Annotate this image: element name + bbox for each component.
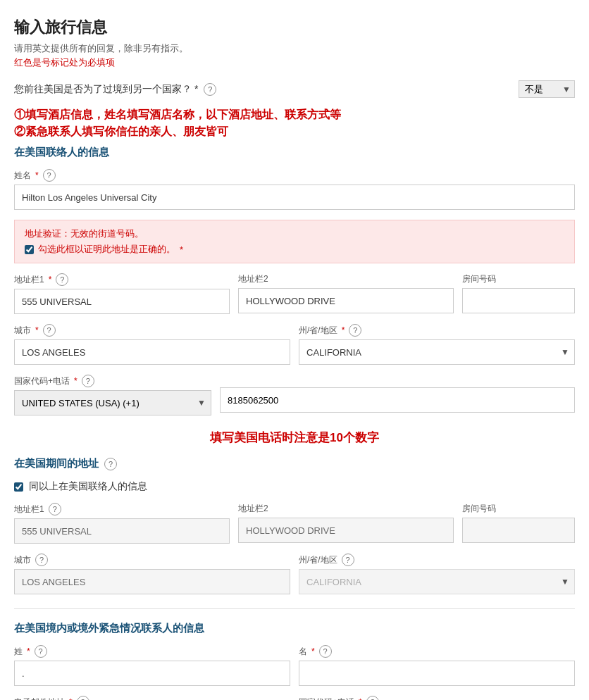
travel-question-row: 您前往美国是否为了过境到另一个国家？ * ? 不是 是 ▼ [14,80,575,98]
us-address-title-row: 在美国期间的地址 ? [14,457,575,470]
emergency-first-name-help-icon[interactable]: ? [319,645,332,658]
page-title: 输入旅行信息 [14,17,575,38]
name-help-icon[interactable]: ? [43,169,56,182]
city-input[interactable] [14,339,290,365]
validation-check-row: 勾选此框以证明此地址是正确的。 * [25,243,564,256]
validation-checkbox[interactable] [25,245,34,254]
divider [14,608,575,609]
emergency-phone-help-icon[interactable]: ? [366,696,379,700]
annotation-box: ①填写酒店信息，姓名填写酒店名称，以下酒店地址、联系方式等 ②紧急联系人填写你信… [14,106,575,140]
emergency-first-name-group: 名 * ? [299,645,575,686]
us-addr1-field-group: 地址栏1 ? [14,503,230,544]
emergency-last-name-input[interactable] [14,661,290,686]
us-city-state-row: 城市 ? 州/省/地区 ? CALIFORNIA ▼ [14,554,575,594]
state-select[interactable]: CALIFORNIA [299,339,575,365]
required-note: 红色是号标记处为必填项 [14,56,575,69]
validation-box: 地址验证：无效的街道号码。 勾选此框以证明此地址是正确的。 * [14,220,575,263]
name-label: 姓名 * ? [14,169,575,182]
addr1-help-icon[interactable]: ? [56,273,68,286]
emergency-first-name-input[interactable] [299,661,575,686]
us-room-input [462,518,575,543]
room-input[interactable] [462,288,575,313]
addr1-row: 地址栏1 * ? 地址栏2 房间号码 [14,273,575,314]
addr2-field-group: 地址栏2 [238,273,454,313]
emergency-name-row: 姓 * ? 名 * ? [14,645,575,686]
us-addr2-input [238,518,454,543]
phone-help-icon[interactable]: ? [82,375,94,387]
us-city-input [14,569,290,594]
emergency-last-name-group: 姓 * ? [14,645,290,686]
phone-row: 国家代码+电话 * ? UNITED STATES (USA) (+1) ▼ [14,375,575,415]
name-field-group: 姓名 * ? [14,169,575,210]
city-state-row: 城市 * ? 州/省/地区 * ? CALIFORNIA ▼ [14,324,575,365]
state-field-group: 州/省/地区 * ? CALIFORNIA ▼ [299,324,575,365]
phone-number-input[interactable] [220,387,575,413]
us-addr1-input [14,518,230,544]
same-address-checkbox[interactable] [14,482,23,492]
us-addr1-row: 地址栏1 ? 地址栏2 房间号码 [14,503,575,544]
us-contact-title: 在美国联络人的信息 [14,146,575,159]
emergency-email-group: 电子邮件地址 * ? [14,696,290,700]
us-state-help-icon[interactable]: ? [342,554,354,566]
us-addr2-field-group: 地址栏2 [238,503,454,543]
us-contact-section: 在美国联络人的信息 姓名 * ? 地址验证：无效的街道号码。 勾选此框以证明此地… [14,146,575,415]
emergency-phone-group: 国家代码+电话 * ? CHINA (CHN) (+86) ▼ [299,696,575,700]
travel-question-help-icon[interactable]: ? [204,83,216,96]
us-address-title: 在美国期间的地址 [14,457,99,470]
annotation-line2: ②紧急联系人填写你信任的亲人、朋友皆可 [14,123,575,140]
state-help-icon[interactable]: ? [349,324,361,337]
room-field-group: 房间号码 [462,273,575,313]
emergency-contact-row: 电子邮件地址 * ? 国家代码+电话 * ? CHINA (CHN) (+86)… [14,696,575,700]
us-address-section: 在美国期间的地址 ? 同以上在美国联络人的信息 地址栏1 ? 地址栏2 [14,457,575,594]
annotation-line1: ①填写酒店信息，姓名填写酒店名称，以下酒店地址、联系方式等 [14,106,575,123]
us-room-field-group: 房间号码 [462,503,575,543]
us-state-select: CALIFORNIA [299,569,575,594]
subtitle: 请用英文提供所有的回复，除非另有指示。 [14,42,575,55]
emergency-email-help-icon[interactable]: ? [77,696,89,700]
us-state-field-group: 州/省/地区 ? CALIFORNIA ▼ [299,554,575,594]
addr1-input[interactable] [14,289,230,314]
travel-question-required: * [194,83,198,94]
city-help-icon[interactable]: ? [43,324,56,337]
addr1-field-group: 地址栏1 * ? [14,273,230,314]
phone-number-group [220,375,575,415]
same-address-checkbox-row: 同以上在美国联络人的信息 [14,480,575,493]
emergency-title: 在美国境内或境外紧急情况联系人的信息 [14,622,575,635]
same-address-label: 同以上在美国联络人的信息 [29,480,147,493]
phone-country-select[interactable]: UNITED STATES (USA) (+1) [14,390,211,415]
us-city-field-group: 城市 ? [14,554,290,594]
city-field-group: 城市 * ? [14,324,290,365]
travel-question-label: 您前往美国是否为了过境到另一个国家？ * [14,83,198,96]
us-addr1-help-icon[interactable]: ? [49,503,61,515]
emergency-last-name-help-icon[interactable]: ? [35,645,47,658]
name-input[interactable] [14,185,575,210]
emergency-section: 在美国境内或境外紧急情况联系人的信息 姓 * ? 名 * ? [14,622,575,700]
travel-question-select[interactable]: 不是 是 [519,80,575,98]
us-city-help-icon[interactable]: ? [35,554,48,566]
name-row: 姓名 * ? [14,169,575,210]
name-required-star: * [35,170,39,180]
us-address-help-icon[interactable]: ? [104,458,117,470]
addr2-input[interactable] [238,288,454,313]
validation-message: 地址验证：无效的街道号码。 [25,227,564,240]
phone-country-group: 国家代码+电话 * ? UNITED STATES (USA) (+1) ▼ [14,375,211,415]
phone-annotation: 填写美国电话时注意是10个数字 [14,430,575,446]
